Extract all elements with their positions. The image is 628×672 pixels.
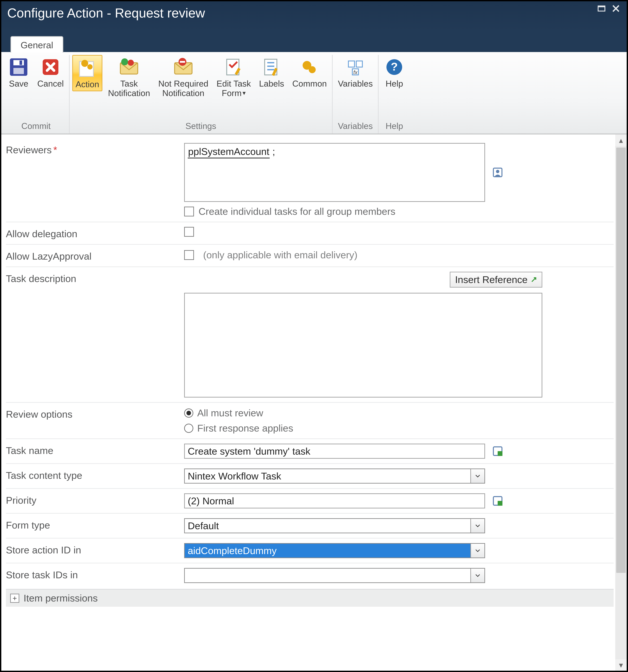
insert-reference-button[interactable]: Insert Reference	[450, 272, 542, 288]
insert-reference-icon	[531, 274, 537, 285]
action-label: Action	[76, 79, 99, 89]
svg-rect-30	[356, 61, 362, 67]
variables-label: Variables	[338, 79, 373, 88]
form-type-select[interactable]: Default	[184, 518, 485, 533]
review-options-label: Review options	[6, 407, 183, 420]
window-buttons	[597, 4, 621, 13]
scroll-down-icon[interactable]: ▾	[615, 659, 627, 671]
cancel-label: Cancel	[37, 79, 64, 88]
svg-rect-38	[498, 451, 502, 456]
task-description-label: Task description	[6, 272, 183, 284]
ribbon-group-settings: Action Task Notification Not Required No…	[70, 55, 333, 134]
ribbon-tabstrip: General	[10, 36, 63, 53]
svg-point-36	[496, 170, 499, 173]
review-option-first[interactable]: First response applies	[184, 423, 613, 434]
lookup-icon[interactable]	[492, 446, 503, 457]
scroll-thumb[interactable]	[616, 148, 626, 573]
row-priority: Priority (2) Normal	[6, 489, 613, 514]
ribbon: Save Cancel Commit Action	[1, 52, 627, 135]
common-button[interactable]: Common	[290, 55, 329, 90]
svg-rect-40	[498, 501, 502, 506]
labels-icon	[261, 56, 282, 77]
chevron-down-icon	[470, 469, 484, 483]
labels-label: Labels	[259, 79, 284, 88]
not-required-notification-button[interactable]: Not Required Notification	[156, 55, 211, 99]
allow-delegation-label: Allow delegation	[6, 227, 183, 239]
close-icon[interactable]	[611, 4, 621, 13]
svg-point-15	[121, 58, 128, 66]
row-reviewers: Reviewers* pplSystemAccount ; Create ind…	[6, 138, 613, 222]
common-icon	[299, 56, 320, 77]
labels-button[interactable]: Labels	[257, 55, 287, 90]
store-task-ids-select[interactable]	[184, 568, 485, 583]
task-description-input[interactable]	[184, 293, 542, 398]
svg-rect-19	[180, 61, 185, 63]
task-content-type-label: Task content type	[6, 469, 183, 481]
store-action-id-label: Store action ID in	[6, 543, 183, 556]
ribbon-group-commit: Save Cancel Commit	[3, 55, 70, 134]
allow-delegation-checkbox[interactable]	[184, 227, 613, 237]
chevron-down-icon: ▾	[243, 90, 246, 97]
edit-task-form-button[interactable]: Edit Task Form▾	[214, 55, 253, 99]
allow-lazy-hint: (only applicable with email delivery)	[203, 249, 358, 261]
dialog-window: Configure Action - Request review Genera…	[0, 0, 628, 672]
svg-rect-5	[14, 60, 24, 65]
cancel-icon	[40, 56, 61, 77]
priority-label: Priority	[6, 494, 183, 506]
svg-rect-6	[14, 68, 24, 74]
variables-icon: fx	[345, 56, 366, 77]
task-notification-icon	[119, 56, 140, 77]
edit-task-form-label: Edit Task Form▾	[217, 79, 251, 98]
task-name-label: Task name	[6, 443, 183, 456]
chevron-down-icon	[470, 544, 484, 557]
row-review-options: Review options All must review First res…	[6, 403, 613, 439]
scroll-up-icon[interactable]: ▴	[615, 135, 627, 146]
row-task-name: Task name Create system 'dummy' task	[6, 439, 613, 464]
review-option-all[interactable]: All must review	[184, 407, 613, 418]
create-individual-tasks-checkbox[interactable]: Create individual tasks for all group me…	[184, 206, 613, 217]
allow-lazy-checkbox[interactable]: (only applicable with email delivery)	[184, 249, 613, 261]
store-action-id-select[interactable]: aidCompleteDummy	[184, 543, 485, 558]
not-required-notification-icon	[173, 56, 194, 77]
svg-rect-29	[348, 61, 355, 67]
row-task-description: Task description Insert Reference	[6, 267, 613, 403]
ribbon-group-variables-label: Variables	[338, 121, 373, 131]
radio-icon	[184, 424, 193, 433]
svg-text:fx: fx	[353, 69, 358, 75]
checkbox-icon	[184, 227, 194, 237]
dialog-title: Configure Action - Request review	[7, 5, 205, 21]
help-button[interactable]: ? Help	[381, 55, 407, 90]
save-button[interactable]: Save	[5, 55, 32, 90]
save-label: Save	[9, 79, 28, 88]
svg-point-13	[87, 64, 93, 70]
task-notification-label: Task Notification	[108, 79, 150, 98]
ribbon-group-help: ? Help Help	[379, 55, 410, 134]
action-button[interactable]: Action	[72, 55, 102, 91]
address-book-icon[interactable]	[492, 167, 503, 178]
task-name-input[interactable]: Create system 'dummy' task	[184, 443, 485, 459]
row-allow-delegation: Allow delegation	[6, 222, 613, 245]
variables-button[interactable]: fx Variables	[335, 55, 375, 90]
lookup-icon[interactable]	[492, 495, 503, 507]
maximize-icon[interactable]	[597, 4, 606, 13]
form-body: Reviewers* pplSystemAccount ; Create ind…	[1, 135, 627, 671]
svg-point-12	[81, 60, 88, 67]
task-content-type-select[interactable]: Nintex Workflow Task	[184, 469, 485, 484]
form-type-label: Form type	[6, 518, 183, 531]
task-notification-button[interactable]: Task Notification	[105, 55, 152, 99]
row-item-permissions[interactable]: + Item permissions	[6, 589, 613, 607]
ribbon-group-settings-label: Settings	[186, 121, 216, 131]
vertical-scrollbar[interactable]: ▴ ▾	[615, 135, 627, 671]
reviewers-input[interactable]: pplSystemAccount ;	[184, 143, 485, 202]
reviewers-label: Reviewers*	[6, 143, 183, 155]
ribbon-group-help-label: Help	[386, 121, 403, 131]
svg-rect-7	[20, 61, 22, 65]
row-store-action-id: Store action ID in aidCompleteDummy	[6, 538, 613, 563]
svg-point-28	[309, 66, 316, 73]
help-icon: ?	[384, 56, 405, 77]
priority-input[interactable]: (2) Normal	[184, 494, 485, 508]
row-form-type: Form type Default	[6, 514, 613, 538]
tab-general[interactable]: General	[10, 36, 63, 53]
cancel-button[interactable]: Cancel	[35, 55, 66, 90]
reviewer-entry[interactable]: pplSystemAccount	[188, 146, 270, 158]
